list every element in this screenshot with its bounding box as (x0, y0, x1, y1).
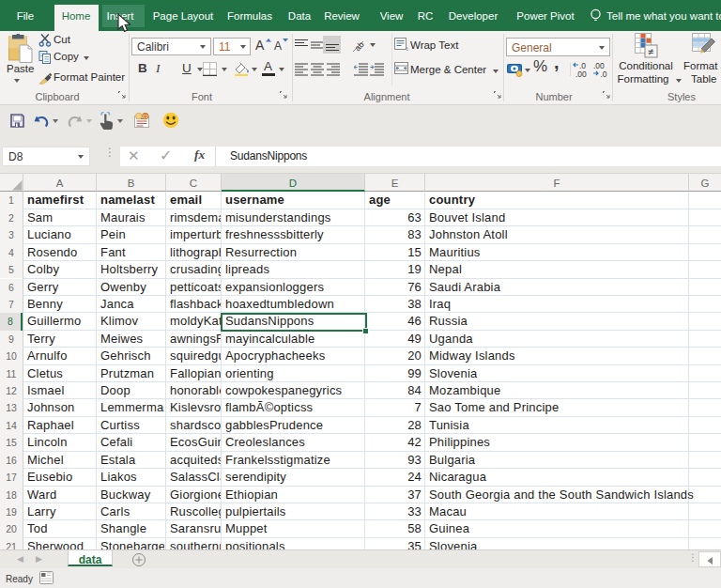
svg-text:≠: ≠ (648, 46, 653, 57)
svg-text:.00: .00 (575, 70, 587, 78)
svg-text:.0: .0 (601, 70, 607, 78)
svg-text:ab: ab (353, 39, 366, 53)
